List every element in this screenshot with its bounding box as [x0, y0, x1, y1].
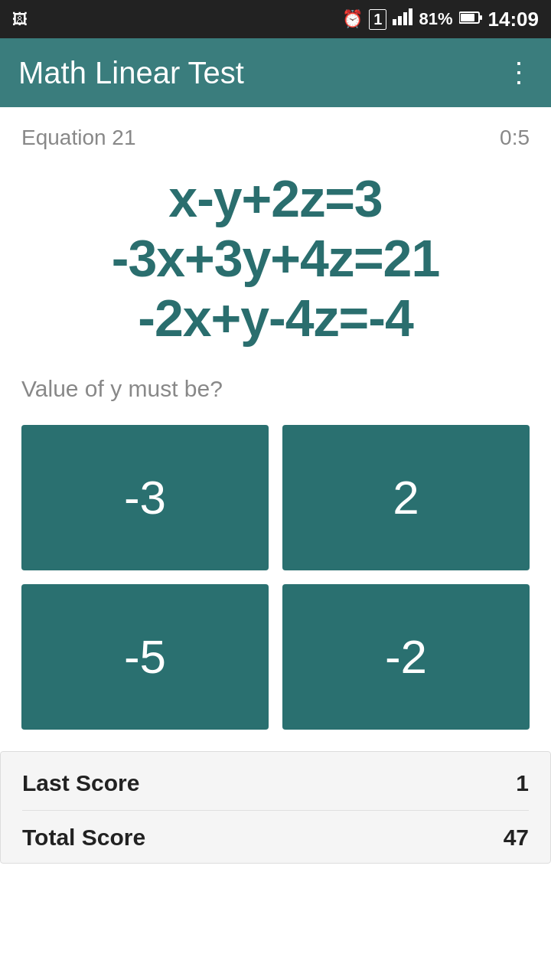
status-time: 14:09	[488, 8, 540, 31]
equations-block: x-y+2z=3 -3x+3y+4z=21 -2x+y-4z=-4	[21, 168, 530, 348]
battery-percent: 81%	[419, 9, 452, 29]
total-score-row: Total Score 47	[22, 825, 529, 863]
svg-rect-0	[393, 19, 396, 25]
status-bar: 🖼 ⏰ 1 81% 14:09	[0, 0, 551, 38]
svg-rect-1	[398, 16, 402, 25]
battery-icon	[459, 9, 482, 29]
answer-button-neg2[interactable]: -2	[282, 584, 530, 730]
answer-button-neg5[interactable]: -5	[21, 584, 269, 730]
status-right: ⏰ 1 81% 14:09	[342, 8, 539, 31]
sim-icon: 1	[369, 9, 386, 30]
total-score-label: Total Score	[22, 825, 145, 851]
equation-header: Equation 21 0:5	[21, 126, 530, 150]
status-left: 🖼	[12, 11, 28, 28]
app-title: Math Linear Test	[18, 56, 244, 90]
equation-line-1: x-y+2z=3	[21, 168, 530, 228]
equation-timer: 0:5	[500, 126, 530, 150]
app-bar: Math Linear Test ⋮	[0, 38, 551, 107]
question-text: Value of y must be?	[21, 376, 530, 402]
equation-label: Equation 21	[21, 126, 135, 150]
score-panel: Last Score 1 Total Score 47	[0, 751, 551, 864]
main-content: Equation 21 0:5 x-y+2z=3 -3x+3y+4z=21 -2…	[0, 107, 551, 882]
menu-icon[interactable]: ⋮	[505, 57, 533, 89]
last-score-value: 1	[516, 770, 529, 796]
screenshot-icon: 🖼	[12, 11, 28, 28]
answer-button-neg3[interactable]: -3	[21, 425, 269, 570]
answer-button-2[interactable]: 2	[282, 425, 530, 570]
answer-grid: -3 2 -5 -2	[21, 425, 530, 730]
svg-rect-5	[461, 14, 474, 21]
svg-rect-6	[480, 15, 482, 20]
signal-icon	[393, 8, 412, 30]
alarm-icon: ⏰	[342, 9, 363, 29]
total-score-value: 47	[504, 825, 529, 851]
last-score-row: Last Score 1	[22, 770, 529, 811]
equation-line-2: -3x+3y+4z=21	[21, 228, 530, 288]
svg-rect-2	[403, 12, 407, 25]
last-score-label: Last Score	[22, 770, 139, 796]
svg-rect-3	[409, 8, 412, 25]
equation-line-3: -2x+y-4z=-4	[21, 288, 530, 348]
